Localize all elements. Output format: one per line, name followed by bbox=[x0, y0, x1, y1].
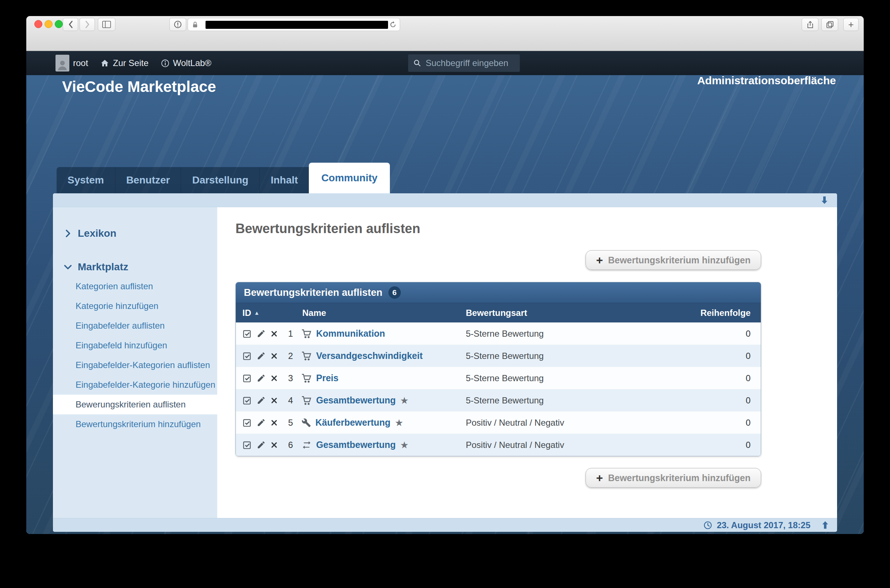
toggle-enable-icon[interactable] bbox=[242, 396, 252, 405]
criterion-link[interactable]: Käuferbewertung bbox=[316, 417, 391, 428]
site-logo[interactable]: VieCode Marketplace bbox=[62, 78, 216, 96]
wrench-icon bbox=[302, 418, 311, 428]
username-link[interactable]: root bbox=[73, 58, 88, 68]
delete-icon[interactable] bbox=[271, 397, 278, 404]
column-order[interactable]: Reihenfolge bbox=[701, 303, 750, 323]
criterion-link[interactable]: Preis bbox=[316, 373, 338, 383]
avatar[interactable] bbox=[56, 55, 69, 72]
add-criterion-button-top[interactable]: + Bewertungskriterium hinzufügen bbox=[586, 250, 761, 270]
sidebar-toggle-button[interactable] bbox=[98, 18, 115, 31]
page-title: Bewertungskriterien auflisten bbox=[236, 221, 420, 236]
delete-icon[interactable] bbox=[271, 419, 278, 426]
tab-system[interactable]: System bbox=[57, 167, 115, 194]
tab-inhalt[interactable]: Inhalt bbox=[259, 167, 309, 194]
sidebar-section-lexikon[interactable]: Lexikon bbox=[53, 224, 217, 243]
sidebar-item-eingabefelder-kategorie-hinzufuegen[interactable]: Eingabefelder-Kategorie hinzufügen bbox=[53, 375, 217, 394]
home-icon bbox=[101, 59, 109, 67]
table-row: 3 Preis 5-Sterne Bewertung 0 bbox=[236, 367, 761, 389]
woltlab-label: WoltLab® bbox=[173, 58, 211, 68]
toggle-enable-icon[interactable] bbox=[242, 418, 252, 428]
scroll-top-button[interactable] bbox=[821, 521, 829, 529]
edit-icon[interactable] bbox=[257, 396, 266, 405]
acp-subtitle: Administrationsoberfläche bbox=[697, 74, 836, 87]
add-criterion-button-bottom[interactable]: + Bewertungskriterium hinzufügen bbox=[586, 468, 761, 488]
criterion-link[interactable]: Versandgeschwindigkeit bbox=[316, 351, 423, 361]
delete-icon[interactable] bbox=[271, 352, 278, 360]
reload-icon bbox=[389, 21, 397, 28]
footer-bar: 23. August 2017, 18:25 bbox=[53, 518, 837, 532]
edit-icon[interactable] bbox=[257, 418, 266, 427]
toggle-enable-icon[interactable] bbox=[242, 440, 252, 450]
lock-icon bbox=[192, 21, 198, 30]
forward-button[interactable] bbox=[80, 18, 95, 31]
edit-icon[interactable] bbox=[257, 329, 266, 338]
woltlab-link[interactable]: WoltLab® bbox=[161, 58, 211, 68]
edit-icon[interactable] bbox=[257, 351, 266, 360]
plus-icon: + bbox=[596, 254, 603, 266]
toggle-enable-icon[interactable] bbox=[242, 374, 252, 383]
sidebar-item-kategorien-auflisten[interactable]: Kategorien auflisten bbox=[53, 276, 217, 296]
row-id: 5 bbox=[284, 411, 297, 434]
person-icon bbox=[56, 58, 69, 72]
criterion-link[interactable]: Kommunikation bbox=[316, 328, 385, 339]
browser-window: + root Zur Seite WoltLab® bbox=[26, 16, 864, 534]
share-icon bbox=[806, 20, 815, 29]
sidebar-item-eingabefelder-kategorien-auflisten[interactable]: Eingabefelder-Kategorien auflisten bbox=[53, 355, 217, 375]
delete-icon[interactable] bbox=[271, 330, 278, 338]
search-input[interactable] bbox=[425, 58, 539, 68]
address-bar[interactable] bbox=[188, 18, 400, 31]
toggle-enable-icon[interactable] bbox=[242, 329, 252, 339]
table-header: Bewertungskriterien auflisten 6 bbox=[236, 282, 761, 303]
tab-darstellung[interactable]: Darstellung bbox=[181, 167, 259, 194]
row-type: 5-Sterne Bewertung bbox=[466, 367, 544, 389]
content-container: Lexikon Marktplatz Kategorien auflisten … bbox=[53, 194, 837, 532]
edit-icon[interactable] bbox=[257, 374, 266, 382]
table-column-header: ID▲ Name Bewertungsart Reihenfolge bbox=[236, 303, 761, 322]
sidebar-item-eingabefelder-auflisten[interactable]: Eingabefelder auflisten bbox=[53, 316, 217, 336]
criterion-link[interactable]: Gesamtbewertung bbox=[316, 395, 396, 406]
sort-ascending-icon: ▲ bbox=[254, 310, 260, 316]
tab-community[interactable]: Community bbox=[309, 163, 390, 194]
sidebar-item-kategorie-hinzufuegen[interactable]: Kategorie hinzufügen bbox=[53, 296, 217, 316]
arrow-down-icon bbox=[821, 196, 828, 204]
zoom-window-button[interactable] bbox=[55, 20, 63, 28]
show-all-tabs-button[interactable] bbox=[821, 18, 838, 31]
table-row: 6 Gesamtbewertung ★ Positiv / Neutral / … bbox=[236, 434, 761, 456]
table-row: 1 Kommunikation 5-Sterne Bewertung 0 bbox=[236, 322, 761, 345]
close-window-button[interactable] bbox=[34, 20, 42, 28]
delete-icon[interactable] bbox=[271, 441, 278, 448]
row-order: 0 bbox=[746, 411, 750, 434]
sidebar-item-eingabefeld-hinzufuegen[interactable]: Eingabefeld hinzufügen bbox=[53, 336, 217, 355]
minimize-window-button[interactable] bbox=[45, 20, 53, 28]
add-criterion-label: Bewertungskriterium hinzufügen bbox=[608, 473, 750, 483]
browser-toolbar: + bbox=[26, 16, 864, 51]
alert-badge-icon bbox=[173, 20, 182, 29]
new-tab-button[interactable]: + bbox=[843, 18, 858, 31]
acp-search bbox=[408, 54, 520, 72]
criterion-link[interactable]: Gesamtbewertung bbox=[316, 440, 396, 450]
sidebar-item-bewertungskriterium-hinzufuegen[interactable]: Bewertungskriterium hinzufügen bbox=[53, 414, 217, 434]
tab-benutzer[interactable]: Benutzer bbox=[115, 167, 181, 194]
back-button[interactable] bbox=[63, 18, 78, 31]
row-id: 6 bbox=[284, 434, 297, 456]
sidebar-item-bewertungskriterien-auflisten[interactable]: Bewerungskriterien auflisten bbox=[53, 394, 217, 414]
column-name[interactable]: Name bbox=[302, 303, 326, 323]
privacy-report-button[interactable] bbox=[169, 18, 186, 31]
user-panel: root Zur Seite WoltLab® bbox=[26, 51, 864, 75]
sidebar-section-marktplatz[interactable]: Marktplatz bbox=[53, 258, 217, 276]
edit-icon[interactable] bbox=[257, 440, 266, 449]
search-icon bbox=[413, 59, 421, 67]
username-label: root bbox=[73, 58, 88, 68]
sidebar: Lexikon Marktplatz Kategorien auflisten … bbox=[53, 207, 217, 518]
column-id[interactable]: ID▲ bbox=[242, 303, 260, 323]
star-icon: ★ bbox=[400, 396, 409, 405]
toggle-enable-icon[interactable] bbox=[242, 351, 252, 361]
table-row: 4 Gesamtbewertung ★ 5-Sterne Bewertung 0 bbox=[236, 389, 761, 411]
delete-icon[interactable] bbox=[271, 375, 278, 382]
share-button[interactable] bbox=[802, 18, 818, 31]
to-site-link[interactable]: Zur Seite bbox=[101, 58, 148, 68]
reload-button[interactable] bbox=[389, 21, 397, 30]
column-type[interactable]: Bewertungsart bbox=[466, 303, 527, 323]
count-badge: 6 bbox=[388, 286, 401, 299]
scroll-down-button[interactable] bbox=[821, 196, 828, 204]
